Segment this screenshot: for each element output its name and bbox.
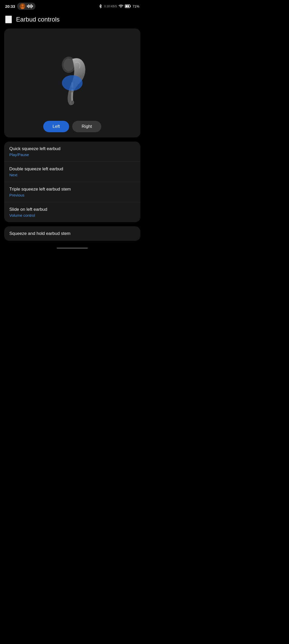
squeeze-hold-label: Squeeze and hold earbud stem [9,231,135,236]
triple-squeeze-label: Triple squeeze left earbud stem [9,187,135,192]
earbud-visual [9,34,135,117]
bottom-card[interactable]: Squeeze and hold earbud stem [4,226,140,241]
slide-value: Volume control [9,213,135,218]
earbud-selector: Left Right [43,121,101,132]
status-bar: 20:33 0.18 KB/S [0,0,144,11]
home-indicator [0,245,144,254]
back-button[interactable]: ← [5,16,12,23]
media-bar-5 [32,5,33,7]
control-slide[interactable]: Slide on left earbud Volume control [4,202,140,222]
svg-point-11 [71,100,74,104]
media-bars [27,4,33,8]
bluetooth-icon [98,4,103,8]
media-bar-3 [30,5,30,8]
svg-point-8 [63,59,74,71]
left-selector-button[interactable]: Left [43,121,69,132]
page-title: Earbud controls [16,16,60,23]
media-indicator [17,3,35,10]
home-indicator-bar [57,248,88,249]
earbud-card: Left Right [4,29,140,137]
svg-point-2 [21,7,24,9]
control-double-squeeze[interactable]: Double squeeze left earbud Next [4,162,140,182]
media-bar-1 [27,5,28,7]
media-avatar [20,3,25,9]
blue-highlight [62,75,83,91]
battery-icon [125,4,131,8]
control-triple-squeeze[interactable]: Triple squeeze left earbud stem Previous [4,182,140,202]
battery-level: 71% [133,4,139,8]
earbud-image [46,39,98,111]
media-bar-4 [31,4,32,8]
triple-squeeze-value: Previous [9,193,135,197]
slide-label: Slide on left earbud [9,207,135,212]
status-time: 20:33 [5,4,15,9]
control-quick-squeeze[interactable]: Quick squeeze left earbud Play/Pause [4,142,140,162]
right-selector-button[interactable]: Right [72,121,101,132]
svg-rect-10 [71,92,74,92]
svg-point-1 [21,4,24,6]
wifi-icon [119,4,123,8]
media-bar-2 [28,4,29,8]
status-bar-left: 20:33 [5,3,35,10]
double-squeeze-label: Double squeeze left earbud [9,166,135,172]
quick-squeeze-value: Play/Pause [9,152,135,157]
data-speed: 0.18 KB/S [104,5,117,8]
controls-card: Quick squeeze left earbud Play/Pause Dou… [4,142,140,222]
header: ← Earbud controls [0,11,144,29]
quick-squeeze-label: Quick squeeze left earbud [9,146,135,151]
double-squeeze-value: Next [9,173,135,177]
status-bar-right: 0.18 KB/S 71% [98,4,139,8]
svg-rect-5 [130,5,131,7]
